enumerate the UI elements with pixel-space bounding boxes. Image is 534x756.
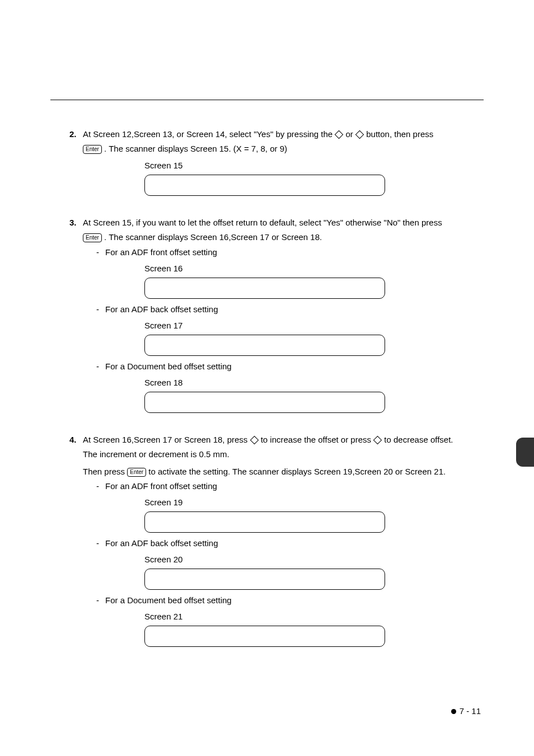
screen-box xyxy=(144,175,385,196)
screen-box xyxy=(144,626,385,647)
enter-key-icon: Enter xyxy=(83,233,102,242)
screen-label: Screen 21 xyxy=(144,610,484,623)
screen-label: Screen 19 xyxy=(144,496,484,509)
dash-icon: - xyxy=(96,480,105,492)
text: to increase the offset or press xyxy=(259,435,374,444)
list-item: - For an ADF front offset setting xyxy=(96,480,484,492)
page: 2. At Screen 12,Screen 13, or Screen 14,… xyxy=(0,0,534,756)
text: At Screen 16,Screen 17 or Screen 18, pre… xyxy=(83,435,250,444)
enter-key-icon: Enter xyxy=(127,468,146,477)
screen-box xyxy=(144,278,385,299)
page-number-text: 7 - 11 xyxy=(460,706,481,716)
text: to decrease offset. xyxy=(382,435,453,444)
text: button, then press xyxy=(364,129,433,139)
down-diamond-icon xyxy=(373,436,382,445)
text: or xyxy=(343,129,355,139)
left-diamond-icon xyxy=(335,130,344,139)
text: to activate the setting. The scanner dis… xyxy=(146,467,446,476)
dash-icon: - xyxy=(96,537,105,550)
dash-icon: - xyxy=(96,303,105,316)
screen-box xyxy=(144,511,385,533)
text: Then press xyxy=(83,467,127,476)
page-number: 7 - 11 xyxy=(451,706,481,716)
list-item: - For a Document bed offset setting xyxy=(96,594,484,607)
list-item: - For an ADF back offset setting xyxy=(96,303,484,316)
up-diamond-icon xyxy=(250,436,259,445)
list-item: - For a Document bed offset setting xyxy=(96,360,484,373)
section-tab xyxy=(516,438,534,467)
right-diamond-icon xyxy=(355,130,364,139)
text: At Screen 12,Screen 13, or Screen 14, se… xyxy=(83,129,335,139)
text: For an ADF front offset setting xyxy=(105,246,217,259)
screen-label: Screen 15 xyxy=(144,159,484,172)
content: 2. At Screen 12,Screen 13, or Screen 14,… xyxy=(69,128,484,667)
screen-label: Screen 17 xyxy=(144,319,484,332)
list-item: - For an ADF front offset setting xyxy=(96,246,484,259)
text: At Screen 15, if you want to let the off… xyxy=(83,218,442,227)
enter-key-icon: Enter xyxy=(83,145,102,154)
text: . The scanner displays Screen 16,Screen … xyxy=(102,232,322,242)
screen-box xyxy=(144,335,385,356)
list-item: - For an ADF back offset setting xyxy=(96,537,484,550)
step-body: At Screen 12,Screen 13, or Screen 14, se… xyxy=(83,128,484,200)
step-4: 4. At Screen 16,Screen 17 or Screen 18, … xyxy=(69,433,484,651)
bullet-icon xyxy=(451,709,456,714)
text: The increment or decrement is 0.5 mm. xyxy=(83,449,229,459)
step-number: 4. xyxy=(69,433,83,447)
text: For an ADF back offset setting xyxy=(105,537,218,550)
dash-icon: - xyxy=(96,594,105,607)
header-rule xyxy=(50,100,484,100)
screen-label: Screen 18 xyxy=(144,376,484,389)
screen-label: Screen 20 xyxy=(144,553,484,566)
screen-box xyxy=(144,569,385,590)
text: For a Document bed offset setting xyxy=(105,594,232,607)
screen-label: Screen 16 xyxy=(144,262,484,275)
step-2: 2. At Screen 12,Screen 13, or Screen 14,… xyxy=(69,128,484,200)
text: For a Document bed offset setting xyxy=(105,360,232,373)
screen-box xyxy=(144,392,385,413)
step-body: At Screen 15, if you want to let the off… xyxy=(83,216,484,417)
step-3: 3. At Screen 15, if you want to let the … xyxy=(69,216,484,417)
step-number: 2. xyxy=(69,128,83,141)
dash-icon: - xyxy=(96,360,105,373)
step-number: 3. xyxy=(69,216,83,229)
dash-icon: - xyxy=(96,246,105,259)
text: . The scanner displays Screen 15. (X = 7… xyxy=(102,144,287,153)
step-body: At Screen 16,Screen 17 or Screen 18, pre… xyxy=(83,433,484,651)
text: For an ADF front offset setting xyxy=(105,480,217,492)
text: For an ADF back offset setting xyxy=(105,303,218,316)
